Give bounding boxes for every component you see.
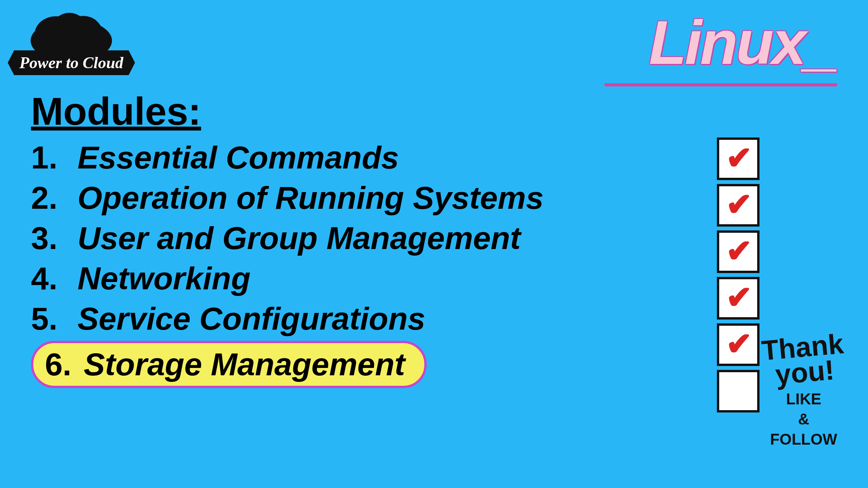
checkbox-2: [717, 184, 760, 227]
modules-list: 1. Essential Commands 2. Operation of Ru…: [31, 139, 544, 392]
item-number: 6.: [45, 346, 84, 383]
checkbox-1: [717, 137, 760, 180]
list-item: 3. User and Group Management: [31, 220, 544, 256]
list-item: 4. Networking: [31, 260, 544, 297]
item-number: 4.: [31, 260, 70, 297]
logo-banner: Power to Cloud: [8, 50, 135, 75]
item-number: 1.: [31, 139, 70, 176]
linux-title: Linux_: [649, 12, 837, 74]
list-item: 5. Service Configurations: [31, 301, 544, 337]
like-follow-text: LIKE&FOLLOW: [763, 389, 845, 449]
item-number: 2.: [31, 180, 70, 216]
checkboxes-column: [717, 137, 760, 412]
linux-underline: [604, 83, 837, 86]
checkbox-5: [717, 323, 760, 366]
item-label: Essential Commands: [78, 139, 399, 176]
checkbox-3: [717, 230, 760, 273]
checkbox-4: [717, 277, 760, 320]
thankyou-text: Thankyou!: [761, 331, 847, 388]
item-number: 3.: [31, 220, 70, 256]
checkbox-6: [717, 370, 760, 412]
thankyou-block: Thankyou! LIKE&FOLLOW: [763, 335, 845, 449]
item-label: Operation of Running Systems: [78, 180, 544, 216]
highlighted-item: 6. Storage Management: [31, 341, 427, 388]
logo-area: Power to Cloud: [8, 8, 135, 75]
svg-point-3: [52, 13, 87, 45]
item-number: 5.: [31, 301, 70, 337]
item-label: Networking: [78, 260, 250, 297]
list-item: 1. Essential Commands: [31, 139, 544, 176]
item-label: Service Configurations: [78, 301, 425, 337]
list-item: 2. Operation of Running Systems: [31, 180, 544, 216]
item-label: Storage Management: [84, 346, 405, 383]
modules-heading: Modules:: [31, 89, 201, 134]
item-label: User and Group Management: [78, 220, 521, 256]
list-item-highlighted: 6. Storage Management: [31, 341, 544, 388]
